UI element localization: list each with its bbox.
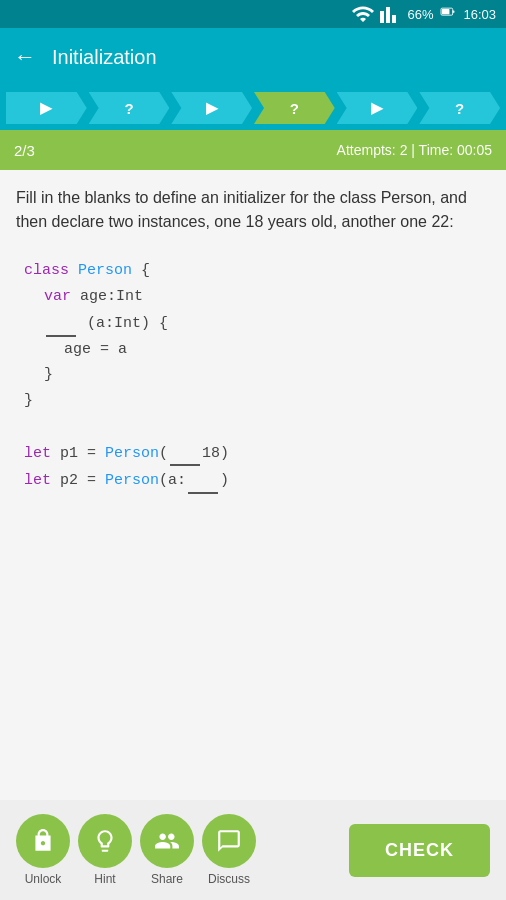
code-block: class Person { var age:Int (a:Int) { age… [16, 258, 490, 494]
hint-button[interactable]: Hint [78, 814, 132, 886]
step-2-shape: ? [89, 92, 170, 124]
unlock-label: Unlock [25, 872, 62, 886]
share-icon [154, 828, 180, 854]
status-bar: 66% 16:03 [0, 0, 506, 28]
battery-text: 66% [407, 7, 433, 22]
battery-icon [437, 7, 459, 21]
unlock-icon [30, 828, 56, 854]
outer-brace-close: } [24, 392, 33, 409]
step-3-shape: ▶ [171, 92, 252, 124]
keyword-var: var [44, 288, 80, 305]
p2-paren-close: ) [220, 472, 229, 489]
progress-bar: ▶ ? ▶ ? ▶ ? [0, 86, 506, 130]
status-icons: 66% 16:03 [351, 2, 496, 26]
step-2[interactable]: ? [89, 92, 170, 124]
time-text: 16:03 [463, 7, 496, 22]
age-assign: age = a [64, 341, 127, 358]
step-6[interactable]: ? [419, 92, 500, 124]
time-text: Time: 00:05 [419, 142, 492, 158]
step-1-shape: ▶ [6, 92, 87, 124]
share-label: Share [151, 872, 183, 886]
discuss-icon-circle [202, 814, 256, 868]
code-line-8: let p2 = Person(a: ) [24, 466, 482, 494]
step-1[interactable]: ▶ [6, 92, 87, 124]
hint-label: Hint [94, 872, 115, 886]
code-line-4: age = a [24, 337, 482, 363]
code-line-5: } [24, 362, 482, 388]
inner-brace-close: } [44, 366, 53, 383]
step-4[interactable]: ? [254, 92, 335, 124]
blank-1[interactable] [46, 309, 76, 337]
attempts-text: Attempts: 2 [337, 142, 408, 158]
hint-icon-circle [78, 814, 132, 868]
main-content: Fill in the blanks to define an initiali… [0, 170, 506, 800]
discuss-label: Discuss [208, 872, 250, 886]
var-age: age:Int [80, 288, 143, 305]
blank-2[interactable] [170, 439, 200, 467]
svg-rect-1 [442, 9, 450, 14]
discuss-button[interactable]: Discuss [202, 814, 256, 886]
unlock-icon-circle [16, 814, 70, 868]
unlock-button[interactable]: Unlock [16, 814, 70, 886]
progress-indicator: 2/3 [14, 142, 35, 159]
svg-rect-2 [453, 11, 455, 13]
brace-open: { [132, 262, 150, 279]
step-6-shape: ? [419, 92, 500, 124]
step-5-shape: ▶ [337, 92, 418, 124]
person-class-p1: Person [105, 445, 159, 462]
attempts-time: Attempts: 2 | Time: 00:05 [337, 142, 492, 158]
code-line-1: class Person { [24, 258, 482, 284]
p1-assign: p1 = [60, 445, 105, 462]
p1-paren-open: ( [159, 445, 168, 462]
wifi-icon [351, 2, 375, 26]
code-line-empty [24, 413, 482, 439]
code-line-6: } [24, 388, 482, 414]
code-line-2: var age:Int [24, 284, 482, 310]
keyword-let-p1: let [24, 445, 60, 462]
share-button[interactable]: Share [140, 814, 194, 886]
person-class-p2: Person [105, 472, 159, 489]
hint-icon [92, 828, 118, 854]
back-button[interactable]: ← [14, 44, 36, 70]
p2-paren-open: (a: [159, 472, 186, 489]
separator: | [411, 142, 418, 158]
init-params: (a:Int) { [78, 315, 168, 332]
step-4-shape: ? [254, 92, 335, 124]
code-line-3: (a:Int) { [24, 309, 482, 337]
bottom-actions: Unlock Hint Share [16, 814, 256, 886]
discuss-icon [216, 828, 242, 854]
code-line-7: let p1 = Person( 18) [24, 439, 482, 467]
step-3[interactable]: ▶ [171, 92, 252, 124]
p2-assign: p2 = [60, 472, 105, 489]
bottom-bar: Unlock Hint Share [0, 800, 506, 900]
p1-value: 18) [202, 445, 229, 462]
keyword-class: class [24, 262, 78, 279]
share-icon-circle [140, 814, 194, 868]
page-title: Initialization [52, 46, 157, 69]
classname-person: Person [78, 262, 132, 279]
info-bar: 2/3 Attempts: 2 | Time: 00:05 [0, 130, 506, 170]
blank-3[interactable] [188, 466, 218, 494]
check-button[interactable]: CHECK [349, 824, 490, 877]
header: ← Initialization [0, 28, 506, 86]
signal-icon [379, 2, 403, 26]
step-5[interactable]: ▶ [337, 92, 418, 124]
instruction-text: Fill in the blanks to define an initiali… [16, 186, 490, 234]
keyword-let-p2: let [24, 472, 60, 489]
